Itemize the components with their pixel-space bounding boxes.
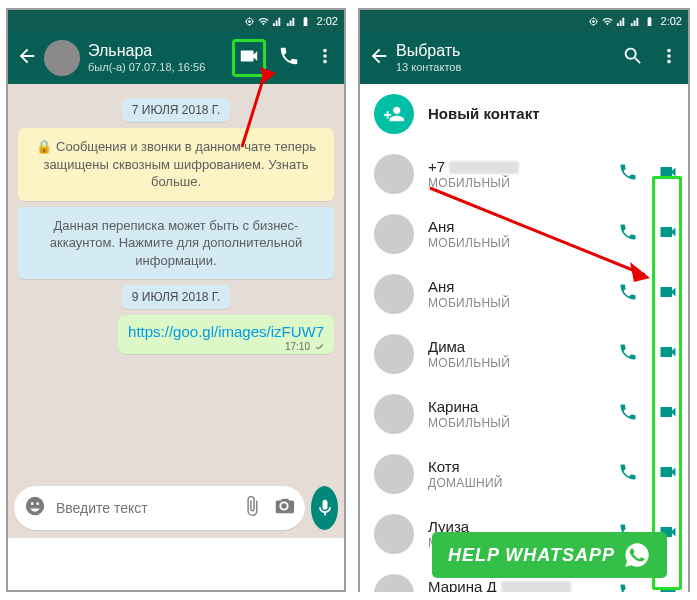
- emoji-button[interactable]: [24, 495, 46, 521]
- contact-name: Аня: [428, 218, 618, 236]
- voice-call-button[interactable]: [278, 45, 300, 71]
- new-contact-label: Новый контакт: [428, 105, 678, 123]
- contact-avatar: [374, 514, 414, 554]
- phone-icon: [618, 162, 638, 182]
- date-chip: 9 ИЮЛЯ 2018 Г.: [122, 285, 231, 309]
- video-call-button[interactable]: [234, 41, 264, 75]
- phone-icon: [618, 402, 638, 422]
- video-call-button[interactable]: [658, 162, 678, 186]
- contact-name: Эльнара: [88, 42, 234, 60]
- video-call-button[interactable]: [658, 582, 678, 592]
- attach-button[interactable]: [241, 495, 263, 521]
- delivered-icon: [312, 342, 326, 352]
- picker-title-block: Выбрать 13 контактов: [396, 42, 622, 73]
- message-link[interactable]: https://goo.gl/images/izFUW7: [128, 323, 324, 340]
- contact-name: Дима: [428, 338, 618, 356]
- voice-call-button[interactable]: [618, 342, 638, 366]
- camera-icon: [273, 495, 295, 517]
- contact-info[interactable]: Эльнара был(-а) 07.07.18, 16:56: [88, 42, 234, 73]
- video-call-button[interactable]: [658, 222, 678, 246]
- phone-right: 2:02 Выбрать 13 контактов Новый контакт …: [358, 8, 690, 592]
- contact-name: Карина: [428, 398, 618, 416]
- contact-row[interactable]: КотяДОМАШНИЙ: [360, 444, 688, 504]
- contact-sub: ДОМАШНИЙ: [428, 476, 618, 490]
- phone-icon: [618, 582, 638, 592]
- mic-button[interactable]: [311, 486, 338, 530]
- contact-sub: МОБИЛЬНЫЙ: [428, 416, 618, 430]
- picker-header: Выбрать 13 контактов: [360, 32, 688, 84]
- voice-call-button[interactable]: [618, 582, 638, 592]
- contact-avatar: [374, 214, 414, 254]
- video-icon: [658, 162, 678, 182]
- mic-icon: [315, 498, 335, 518]
- contact-avatar: [374, 274, 414, 314]
- phone-icon: [618, 342, 638, 362]
- contact-row[interactable]: ДимаМОБИЛЬНЫЙ: [360, 324, 688, 384]
- new-contact-item[interactable]: Новый контакт: [360, 84, 688, 144]
- phone-icon: [618, 222, 638, 242]
- help-label: HELP WHATSAPP: [448, 545, 615, 566]
- voice-call-button[interactable]: [618, 222, 638, 246]
- video-icon: [238, 45, 260, 67]
- voice-call-button[interactable]: [618, 162, 638, 186]
- phone-left: 2:02 Эльнара был(-а) 07.07.18, 16:56 7 И…: [6, 8, 346, 592]
- video-icon: [658, 462, 678, 482]
- contact-avatar: [374, 454, 414, 494]
- input-bar: [14, 486, 338, 530]
- attach-icon: [241, 495, 263, 517]
- contact-sub: МОБИЛЬНЫЙ: [428, 356, 618, 370]
- contact-name: Марина Д: [428, 578, 618, 592]
- video-call-button[interactable]: [658, 282, 678, 306]
- contact-row[interactable]: АняМОБИЛЬНЫЙ: [360, 264, 688, 324]
- back-button[interactable]: [368, 45, 390, 71]
- status-bar: 2:02: [360, 10, 688, 32]
- video-call-button[interactable]: [658, 402, 678, 426]
- message-sent[interactable]: https://goo.gl/images/izFUW7 17:10: [118, 315, 334, 354]
- video-icon: [658, 222, 678, 242]
- contact-list[interactable]: Новый контакт +7МОБИЛЬНЫЙАняМОБИЛЬНЫЙАня…: [360, 84, 688, 592]
- encryption-banner[interactable]: 🔒Сообщения и звонки в данном чате теперь…: [18, 128, 334, 201]
- contact-avatar: [374, 154, 414, 194]
- search-icon: [622, 45, 644, 67]
- voice-call-button[interactable]: [618, 462, 638, 486]
- date-chip: 7 ИЮЛЯ 2018 Г.: [122, 98, 231, 122]
- more-menu-button[interactable]: [314, 45, 336, 71]
- voice-call-button[interactable]: [618, 282, 638, 306]
- emoji-icon: [24, 495, 46, 517]
- voice-call-button[interactable]: [618, 402, 638, 426]
- more-icon: [314, 45, 336, 67]
- contact-sub: МОБИЛЬНЫЙ: [428, 176, 618, 190]
- lock-icon: 🔒: [36, 139, 52, 154]
- whatsapp-icon: [623, 541, 651, 569]
- contact-name: +7: [428, 158, 618, 176]
- video-icon: [658, 582, 678, 592]
- contact-row[interactable]: +7МОБИЛЬНЫЙ: [360, 144, 688, 204]
- avatar[interactable]: [44, 40, 80, 76]
- chat-header: Эльнара был(-а) 07.07.18, 16:56: [8, 32, 344, 84]
- phone-icon: [618, 282, 638, 302]
- contact-row[interactable]: АняМОБИЛЬНЫЙ: [360, 204, 688, 264]
- search-button[interactable]: [622, 45, 644, 71]
- more-menu-button[interactable]: [658, 45, 680, 71]
- status-bar: 2:02: [8, 10, 344, 32]
- picker-title: Выбрать: [396, 42, 622, 60]
- picker-subtitle: 13 контактов: [396, 61, 622, 74]
- business-banner[interactable]: Данная переписка может быть с бизнес-акк…: [18, 207, 334, 280]
- camera-button[interactable]: [273, 495, 295, 521]
- message-time: 17:10: [285, 341, 310, 352]
- contact-avatar: [374, 334, 414, 374]
- last-seen: был(-а) 07.07.18, 16:56: [88, 61, 234, 74]
- video-icon: [658, 342, 678, 362]
- video-icon: [658, 282, 678, 302]
- video-call-button[interactable]: [658, 342, 678, 366]
- back-button[interactable]: [16, 45, 38, 71]
- phone-icon: [618, 462, 638, 482]
- contact-row[interactable]: КаринаМОБИЛЬНЫЙ: [360, 384, 688, 444]
- message-input[interactable]: [56, 500, 231, 516]
- video-call-button[interactable]: [658, 462, 678, 486]
- contact-sub: МОБИЛЬНЫЙ: [428, 236, 618, 250]
- contact-avatar: [374, 394, 414, 434]
- phone-icon: [278, 45, 300, 67]
- video-icon: [658, 402, 678, 422]
- clock: 2:02: [661, 15, 682, 27]
